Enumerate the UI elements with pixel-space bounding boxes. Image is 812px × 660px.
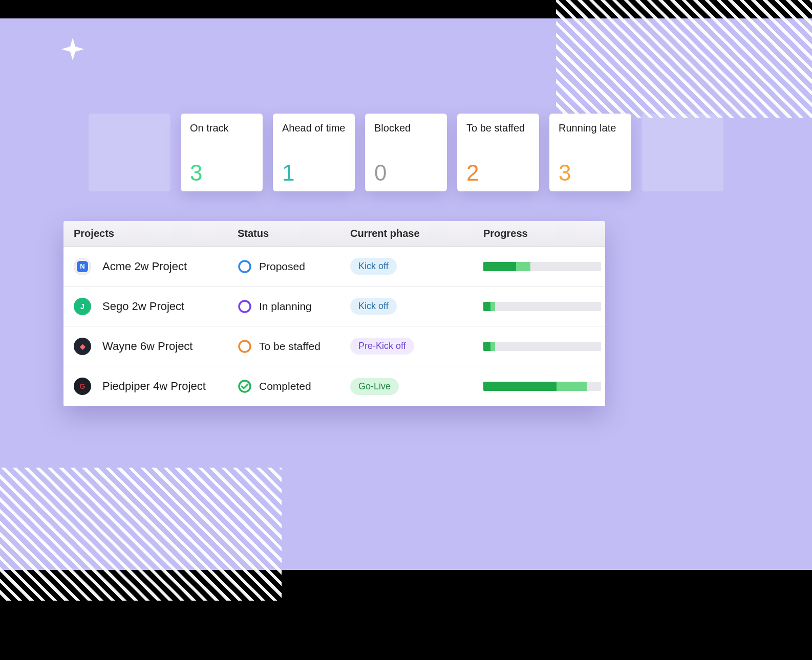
progress-cell — [483, 302, 601, 311]
progress-cell — [483, 382, 601, 391]
stat-value: 0 — [374, 162, 438, 184]
phase-cell: Go-Live — [350, 378, 483, 395]
circle-icon — [238, 259, 252, 274]
status-label: Completed — [259, 380, 311, 392]
project-logo-icon: ◆ — [74, 338, 91, 355]
stat-value: 1 — [282, 162, 346, 184]
phase-pill: Kick off — [350, 258, 397, 275]
project-logo-icon: J — [74, 298, 91, 315]
progress-cell — [483, 262, 601, 271]
stat-value: 2 — [466, 162, 530, 184]
table-row[interactable]: JSego 2w ProjectIn planningKick off — [63, 287, 605, 326]
project-cell: JSego 2w Project — [74, 298, 238, 315]
column-header-progress: Progress — [483, 228, 595, 239]
projects-table: Projects Status Current phase Progress N… — [63, 221, 605, 406]
project-name: Acme 2w Project — [102, 260, 187, 273]
stat-label: Ahead of time — [282, 122, 346, 135]
sparkle-icon — [61, 38, 84, 62]
stat-label: Running late — [559, 122, 622, 135]
project-cell: NAcme 2w Project — [74, 258, 238, 275]
stat-card-ghost — [642, 114, 723, 191]
column-header-projects: Projects — [74, 228, 238, 239]
stat-card-running-late[interactable]: Running late 3 — [549, 114, 631, 191]
stat-card-ahead-of-time[interactable]: Ahead of time 1 — [273, 114, 355, 191]
status-cell: In planning — [238, 299, 350, 314]
project-cell: ◆Wayne 6w Project — [74, 338, 238, 355]
phase-cell: Kick off — [350, 258, 483, 275]
svg-point-0 — [239, 261, 250, 272]
status-cell: Completed — [238, 379, 350, 393]
svg-point-2 — [239, 341, 250, 352]
project-cell: GPiedpiper 4w Project — [74, 378, 238, 395]
status-label: Proposed — [259, 260, 305, 273]
dashboard-canvas: On track 3 Ahead of time 1 Blocked 0 To … — [0, 18, 812, 570]
table-row[interactable]: NAcme 2w ProjectProposedKick off — [63, 247, 605, 287]
status-cell: To be staffed — [238, 339, 350, 354]
circle-icon — [238, 299, 252, 314]
stat-card-to-be-staffed[interactable]: To be staffed 2 — [457, 114, 539, 191]
table-header: Projects Status Current phase Progress — [63, 221, 605, 247]
svg-point-1 — [239, 301, 250, 312]
stat-card-ghost — [89, 114, 170, 191]
project-name: Piedpiper 4w Project — [102, 380, 206, 393]
progress-bar — [483, 342, 601, 351]
phase-pill: Pre-Kick off — [350, 338, 414, 355]
stat-card-on-track[interactable]: On track 3 — [181, 114, 263, 191]
phase-cell: Kick off — [350, 298, 483, 315]
project-logo-icon: N — [74, 258, 91, 275]
progress-bar — [483, 382, 601, 391]
progress-bar — [483, 262, 601, 271]
stat-label: Blocked — [374, 122, 438, 135]
phase-pill: Kick off — [350, 298, 397, 315]
phase-cell: Pre-Kick off — [350, 338, 483, 355]
column-header-phase: Current phase — [350, 228, 483, 239]
status-cell: Proposed — [238, 259, 350, 274]
status-label: In planning — [259, 300, 312, 313]
stat-label: To be staffed — [466, 122, 530, 135]
stat-card-blocked[interactable]: Blocked 0 — [365, 114, 447, 191]
circle-icon — [238, 339, 252, 354]
progress-cell — [483, 342, 601, 351]
check-circle-icon — [238, 379, 252, 393]
decorative-pattern — [0, 468, 282, 601]
project-name: Sego 2w Project — [102, 300, 184, 313]
stat-value: 3 — [190, 162, 253, 184]
stats-row: On track 3 Ahead of time 1 Blocked 0 To … — [0, 114, 812, 195]
status-label: To be staffed — [259, 340, 320, 353]
table-row[interactable]: ◆Wayne 6w ProjectTo be staffedPre-Kick o… — [63, 326, 605, 366]
project-logo-icon: G — [74, 378, 91, 395]
decorative-pattern — [556, 0, 812, 118]
table-row[interactable]: GPiedpiper 4w ProjectCompletedGo-Live — [63, 366, 605, 406]
stat-value: 3 — [559, 162, 622, 184]
project-name: Wayne 6w Project — [102, 340, 193, 353]
column-header-status: Status — [238, 228, 350, 239]
progress-bar — [483, 302, 601, 311]
stat-label: On track — [190, 122, 253, 135]
phase-pill: Go-Live — [350, 378, 399, 395]
